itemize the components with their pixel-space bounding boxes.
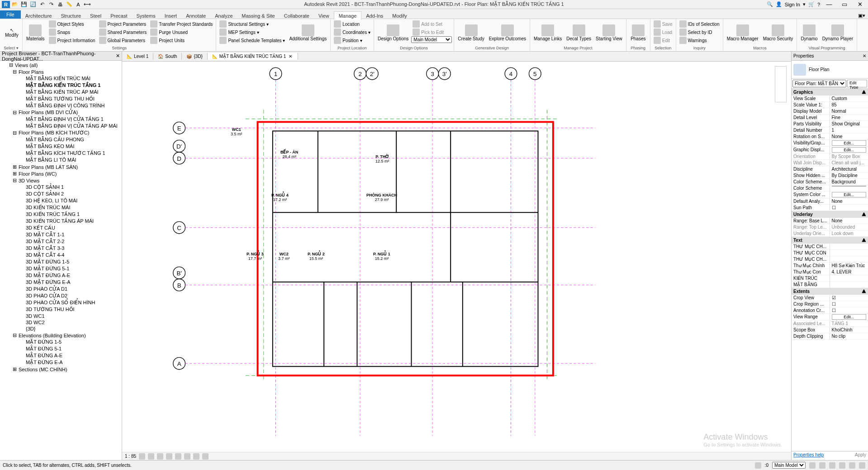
props-row[interactable]: View RangeEdit... xyxy=(792,314,868,321)
tree-item[interactable]: 3D MẶT ĐỨNG A-E xyxy=(0,272,122,279)
props-row[interactable]: Wall Join Disp...Clean all wall j... xyxy=(792,160,868,166)
select-underlay-icon[interactable] xyxy=(819,462,825,469)
tree-item[interactable]: 3D HỆ KÈO, LI TÔ MÁI xyxy=(0,197,122,204)
tree-item[interactable]: ⊟Views (all) xyxy=(0,62,122,68)
macro-manager-button[interactable]: Macro Manager xyxy=(725,20,760,45)
snaps-button[interactable]: Snaps xyxy=(47,28,97,36)
manage-links-button[interactable]: Manage Links xyxy=(532,20,564,45)
inquiry-item[interactable]: Select by ID xyxy=(678,28,721,36)
global-params-button[interactable]: Global Parameters xyxy=(98,36,148,44)
tree-item[interactable]: MẶT BẰNG ĐỊNH VỊ CỬA TẦNG ÁP MÁI xyxy=(0,123,122,129)
create-study-button[interactable]: Create Study xyxy=(456,20,486,45)
tree-item[interactable]: ⊟Floor Plans xyxy=(0,68,122,75)
settings-dropdown[interactable]: Panel Schedule Templates ▾ xyxy=(218,36,286,44)
select-face-icon[interactable] xyxy=(839,462,845,469)
signin[interactable]: Sign In xyxy=(785,2,800,7)
cart-icon[interactable]: 🛒 xyxy=(808,1,815,7)
tree-item[interactable]: MẶT BẰNG ĐỊNH VỊ CỬA TẦNG 1 xyxy=(0,116,122,123)
inquiry-item[interactable]: IDs of Selection xyxy=(678,20,721,28)
tree-item[interactable]: MẶT BẰNG LI TÔ MÁI xyxy=(0,157,122,163)
filter-icon[interactable] xyxy=(859,462,865,469)
project-params-button[interactable]: Project Parameters xyxy=(98,20,148,28)
materials-button[interactable]: Materials xyxy=(24,20,47,45)
dimension-icon[interactable]: ⟷ xyxy=(83,1,91,8)
tree-item[interactable]: 3D MẶT CẮT 4-4 xyxy=(0,252,122,259)
props-row[interactable]: Depth ClippingNo clip xyxy=(792,333,868,340)
shadows-icon[interactable] xyxy=(166,453,172,460)
worksets-icon[interactable] xyxy=(755,462,761,469)
drag-elements-icon[interactable] xyxy=(849,462,855,469)
file-tab[interactable]: File xyxy=(0,10,21,19)
sync-icon[interactable]: 🔄 xyxy=(29,1,37,8)
props-row[interactable]: Thư Mục ChínhH8 Sơ Kiến Trúc xyxy=(792,263,868,269)
props-row[interactable]: Detail LevelFine xyxy=(792,115,868,121)
props-row[interactable]: Display ModelNormal xyxy=(792,108,868,115)
revit-logo[interactable]: R xyxy=(2,1,10,8)
view-tab[interactable]: 📦{3D} xyxy=(182,53,207,60)
open-icon[interactable]: 📂 xyxy=(11,1,19,8)
object-styles-button[interactable]: Object Styles xyxy=(47,20,97,28)
props-row[interactable]: Scale Value 1:85 xyxy=(792,102,868,108)
crop-region-icon[interactable] xyxy=(184,453,190,460)
props-row[interactable]: MẶT BẰNG xyxy=(792,282,868,288)
tree-item[interactable]: ⊟Floor Plans (MB DVI CỬA) xyxy=(0,109,122,116)
tree-item[interactable]: MẶT BẰNG KIẾN TRÚC ÁP MÁI xyxy=(0,89,122,96)
undo-icon[interactable]: ↶ xyxy=(38,1,46,8)
tree-item[interactable]: MẶT BẰNG KIẾN TRÚC MÁI xyxy=(0,75,122,82)
purge-button[interactable]: Purge Unused xyxy=(149,28,214,36)
explore-outcomes-button[interactable]: Explore Outcomes xyxy=(487,20,528,45)
exchange-icon[interactable]: ▾ xyxy=(803,1,806,7)
props-row[interactable]: Visibility/Grap...Edit... xyxy=(792,140,868,147)
props-row[interactable]: Default Analy...None xyxy=(792,198,868,205)
props-row[interactable]: System Color ...Edit... xyxy=(792,192,868,198)
props-row[interactable]: Detail Number1 xyxy=(792,127,868,134)
tree-item[interactable]: 3D MẶT CẮT 1-1 xyxy=(0,231,122,238)
tree-item[interactable]: 3D MẶT CẮT 2-2 xyxy=(0,238,122,245)
props-row[interactable]: Color Scheme xyxy=(792,185,868,192)
tree-item[interactable]: 3D PHÀO CỬA D1 xyxy=(0,286,122,293)
props-row[interactable]: OrientationBy Scope Box xyxy=(792,153,868,160)
tree-item[interactable]: 3D KIẾN TRÚC MÁI xyxy=(0,204,122,211)
props-row[interactable]: Graphic Displ...Edit... xyxy=(792,147,868,153)
tree-item[interactable]: 3D PHÀO CỬA SỔ ĐIỂN HÌNH xyxy=(0,299,122,306)
props-row[interactable]: Color Scheme...Background xyxy=(792,179,868,185)
starting-view-button[interactable]: Starting View xyxy=(594,20,624,45)
tree-item[interactable]: 3D WC2 xyxy=(0,319,122,326)
close-button[interactable]: ✕ xyxy=(854,0,866,9)
text-icon[interactable]: A xyxy=(74,1,82,8)
props-row[interactable]: Underlay Orie...Look down xyxy=(792,230,868,237)
scale-label[interactable]: 1 : 85 xyxy=(125,454,136,459)
tree-item[interactable]: 3D KIẾN TRÚC TẦNG ÁP MÁI xyxy=(0,218,122,225)
tree-item[interactable]: ⊞Floor Plans (WC) xyxy=(0,170,122,177)
tree-item[interactable]: 3D MẶT CẮT 3-3 xyxy=(0,245,122,252)
dynamo-button[interactable]: Dynamo xyxy=(799,20,819,45)
tree-item[interactable]: MẶT BẰNG KÈO MÁI xyxy=(0,143,122,150)
tree-item[interactable]: 3D MẶT ĐỨNG 1-5 xyxy=(0,259,122,265)
props-row[interactable]: THƯ MỤC CH... xyxy=(792,244,868,250)
location-item[interactable]: Position ▾ xyxy=(332,36,372,44)
select-links-icon[interactable] xyxy=(809,462,816,469)
props-row[interactable]: THƯ MỤC CH... xyxy=(792,256,868,263)
dynamo-player-button[interactable]: Dynamo Player xyxy=(821,20,855,45)
sun-path-icon[interactable] xyxy=(157,453,163,460)
redo-icon[interactable]: ↷ xyxy=(47,1,55,8)
phases-button[interactable]: Phases xyxy=(628,20,648,45)
props-row[interactable]: THƯ MỤC CON xyxy=(792,250,868,256)
nav-bar[interactable] xyxy=(775,66,787,102)
type-selector[interactable]: Floor Plan: MẶT BẰN xyxy=(792,80,846,87)
project-units-button[interactable]: Project Units xyxy=(149,36,214,44)
tree-item[interactable]: {3D} xyxy=(0,326,122,332)
view-tab[interactable]: 📐Level 1 xyxy=(122,53,153,60)
tree-item[interactable]: 3D CỘT SẢNH 2 xyxy=(0,191,122,197)
tree-item[interactable]: MẶT BẰNG CẦU PHONG xyxy=(0,136,122,143)
tree-item[interactable]: 3D KIẾN TRÚC TẦNG 1 xyxy=(0,211,122,218)
location-item[interactable]: Coordinates ▾ xyxy=(332,28,372,36)
minimize-button[interactable]: — xyxy=(823,0,835,9)
main-model-status-select[interactable]: Main Model xyxy=(772,462,806,469)
props-row[interactable]: Parts VisibilityShow Original xyxy=(792,121,868,127)
crop-view-icon[interactable] xyxy=(175,453,181,460)
visual-style-icon[interactable] xyxy=(148,453,154,460)
tree-item[interactable]: MẶT BẰNG TƯỜNG THU HỒI xyxy=(0,96,122,102)
tree-item[interactable]: 3D WC1 xyxy=(0,313,122,319)
props-row[interactable]: Associated Le...TẦNG 1 xyxy=(792,321,868,327)
